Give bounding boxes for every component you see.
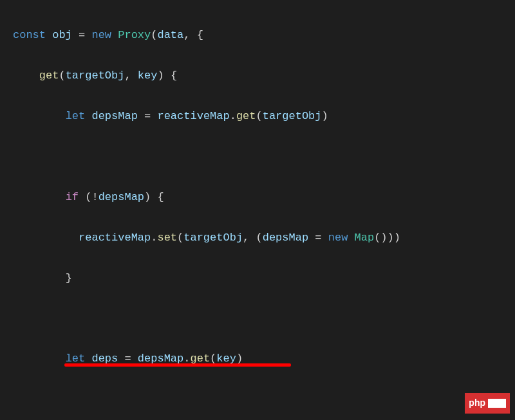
comma: ,: [243, 232, 249, 244]
code-line-empty: [0, 309, 515, 329]
var-obj: obj: [52, 29, 72, 41]
brace: }: [66, 272, 72, 284]
paren: (: [256, 110, 263, 122]
paren: (: [85, 191, 91, 203]
paren: ): [322, 110, 328, 122]
watermark-text: php: [469, 395, 485, 412]
not: !: [91, 191, 98, 203]
keyword-const: const: [13, 29, 46, 41]
var-targetobj: targetObj: [263, 110, 322, 122]
var-reactivemap: reactiveMap: [79, 232, 151, 244]
class-proxy: Proxy: [118, 29, 151, 41]
code-line-empty: [0, 147, 515, 167]
paren: ): [144, 191, 151, 203]
method-set: set: [157, 232, 177, 244]
paren: (: [177, 232, 183, 244]
code-line: reactiveMap.set(targetObj, (depsMap = ne…: [0, 228, 515, 248]
keyword-new: new: [328, 232, 348, 244]
paren: (: [59, 69, 65, 82]
keyword-new: new: [91, 29, 111, 41]
code-line: }: [0, 268, 515, 288]
dot: .: [151, 232, 157, 244]
comma: ,: [124, 69, 131, 82]
operator: =: [144, 110, 151, 122]
paren: ): [157, 69, 164, 82]
watermark-badge: php: [465, 393, 510, 414]
param-key: key: [138, 69, 158, 82]
operator: =: [315, 232, 321, 244]
var-reactivemap: reactiveMap: [157, 110, 229, 122]
highlight-underline: [64, 363, 291, 367]
param-targetobj: targetObj: [66, 69, 125, 82]
operator: =: [79, 29, 85, 41]
watermark-box: [488, 399, 506, 408]
code-line-empty: [0, 389, 515, 409]
code-line: const obj = new Proxy(data, {: [0, 25, 515, 45]
var-depsmap: depsMap: [91, 110, 137, 122]
paren: ())): [374, 232, 400, 244]
method-get: get: [236, 110, 256, 122]
code-editor: const obj = new Proxy(data, { get(target…: [0, 5, 515, 420]
code-line: if (!depsMap) {: [0, 187, 515, 207]
brace: {: [157, 191, 164, 203]
keyword-if: if: [66, 191, 79, 203]
brace: {: [197, 29, 203, 41]
code-line: get(targetObj, key) {: [0, 66, 515, 86]
paren: (: [256, 232, 263, 244]
dot: .: [230, 110, 236, 122]
var-data: data: [157, 29, 183, 41]
keyword-let: let: [66, 110, 86, 122]
class-map: Map: [355, 232, 375, 244]
code-line: let depsMap = reactiveMap.get(targetObj): [0, 106, 515, 126]
method-get: get: [39, 69, 59, 82]
var-targetobj: targetObj: [183, 232, 243, 244]
comma: ,: [183, 29, 190, 41]
brace: {: [171, 69, 177, 82]
var-depsmap: depsMap: [263, 232, 308, 244]
var-depsmap: depsMap: [98, 191, 144, 203]
paren: (: [151, 29, 157, 41]
